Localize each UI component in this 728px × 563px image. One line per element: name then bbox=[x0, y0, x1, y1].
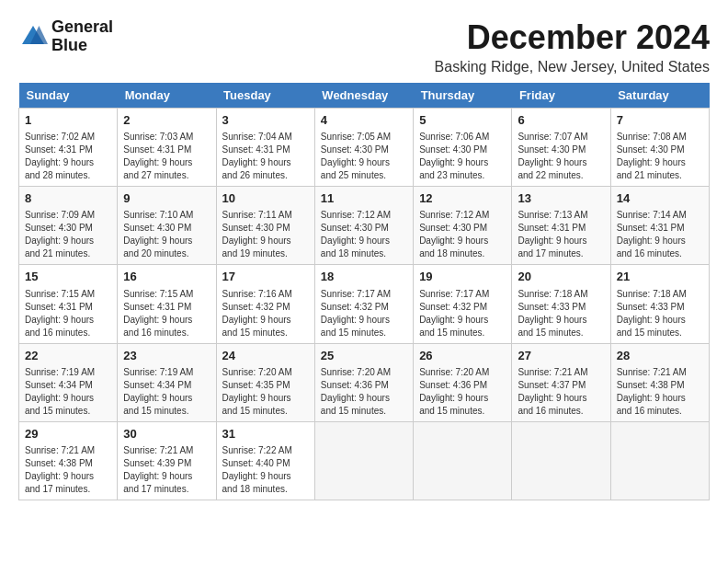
table-cell: 11Sunrise: 7:12 AMSunset: 4:30 PMDayligh… bbox=[314, 187, 413, 265]
day-number: 23 bbox=[123, 348, 210, 364]
day-number: 9 bbox=[123, 190, 210, 207]
table-row: 29Sunrise: 7:21 AMSunset: 4:38 PMDayligh… bbox=[19, 421, 710, 500]
day-number: 20 bbox=[518, 269, 604, 285]
table-row: 1Sunrise: 7:02 AMSunset: 4:31 PMDaylight… bbox=[19, 109, 710, 187]
table-row: 22Sunrise: 7:19 AMSunset: 4:34 PMDayligh… bbox=[19, 343, 710, 421]
day-number: 29 bbox=[25, 426, 111, 442]
day-number: 4 bbox=[321, 112, 407, 129]
day-number: 30 bbox=[123, 426, 210, 442]
day-info: Sunrise: 7:21 AMSunset: 4:38 PMDaylight:… bbox=[25, 444, 111, 496]
table-cell: 12Sunrise: 7:12 AMSunset: 4:30 PMDayligh… bbox=[414, 187, 512, 265]
table-cell: 16Sunrise: 7:15 AMSunset: 4:31 PMDayligh… bbox=[118, 265, 216, 343]
table-cell bbox=[314, 421, 413, 500]
day-number: 7 bbox=[617, 112, 703, 129]
day-number: 3 bbox=[222, 112, 309, 129]
day-number: 13 bbox=[518, 190, 604, 207]
col-thursday: Thursday bbox=[414, 83, 512, 109]
logo-icon bbox=[18, 22, 48, 52]
day-info: Sunrise: 7:18 AMSunset: 4:33 PMDaylight:… bbox=[518, 288, 604, 339]
table-cell: 13Sunrise: 7:13 AMSunset: 4:31 PMDayligh… bbox=[512, 187, 610, 265]
day-number: 27 bbox=[518, 348, 604, 364]
day-number: 11 bbox=[321, 190, 407, 207]
day-info: Sunrise: 7:12 AMSunset: 4:30 PMDaylight:… bbox=[321, 209, 407, 260]
day-info: Sunrise: 7:03 AMSunset: 4:31 PMDaylight:… bbox=[123, 131, 210, 182]
col-friday: Friday bbox=[512, 83, 610, 109]
day-info: Sunrise: 7:18 AMSunset: 4:33 PMDaylight:… bbox=[617, 288, 703, 339]
col-sunday: Sunday bbox=[19, 83, 118, 109]
table-cell: 5Sunrise: 7:06 AMSunset: 4:30 PMDaylight… bbox=[414, 109, 512, 187]
table-cell: 28Sunrise: 7:21 AMSunset: 4:38 PMDayligh… bbox=[610, 343, 709, 421]
day-info: Sunrise: 7:15 AMSunset: 4:31 PMDaylight:… bbox=[25, 288, 111, 339]
calendar-table: Sunday Monday Tuesday Wednesday Thursday… bbox=[18, 83, 710, 500]
day-number: 6 bbox=[518, 112, 604, 129]
col-saturday: Saturday bbox=[610, 83, 709, 109]
table-cell: 18Sunrise: 7:17 AMSunset: 4:32 PMDayligh… bbox=[314, 265, 413, 343]
table-cell: 24Sunrise: 7:20 AMSunset: 4:35 PMDayligh… bbox=[216, 343, 314, 421]
day-info: Sunrise: 7:09 AMSunset: 4:30 PMDaylight:… bbox=[25, 209, 111, 260]
day-info: Sunrise: 7:20 AMSunset: 4:35 PMDaylight:… bbox=[222, 366, 309, 418]
table-cell: 10Sunrise: 7:11 AMSunset: 4:30 PMDayligh… bbox=[216, 187, 314, 265]
day-number: 17 bbox=[222, 269, 309, 285]
table-cell bbox=[512, 421, 610, 500]
day-number: 8 bbox=[25, 190, 111, 207]
day-info: Sunrise: 7:04 AMSunset: 4:31 PMDaylight:… bbox=[222, 131, 309, 182]
table-cell: 23Sunrise: 7:19 AMSunset: 4:34 PMDayligh… bbox=[118, 343, 216, 421]
day-number: 12 bbox=[419, 190, 506, 207]
table-cell: 17Sunrise: 7:16 AMSunset: 4:32 PMDayligh… bbox=[216, 265, 314, 343]
table-cell: 30Sunrise: 7:21 AMSunset: 4:39 PMDayligh… bbox=[118, 421, 216, 500]
table-cell: 6Sunrise: 7:07 AMSunset: 4:30 PMDaylight… bbox=[512, 109, 610, 187]
day-info: Sunrise: 7:14 AMSunset: 4:31 PMDaylight:… bbox=[617, 209, 703, 260]
day-number: 25 bbox=[321, 348, 407, 364]
day-number: 24 bbox=[222, 348, 309, 364]
day-info: Sunrise: 7:10 AMSunset: 4:30 PMDaylight:… bbox=[123, 209, 210, 260]
location: Basking Ridge, New Jersey, United States bbox=[435, 59, 710, 75]
day-info: Sunrise: 7:17 AMSunset: 4:32 PMDaylight:… bbox=[419, 288, 506, 339]
day-number: 1 bbox=[25, 112, 111, 129]
day-info: Sunrise: 7:22 AMSunset: 4:40 PMDaylight:… bbox=[222, 444, 309, 496]
day-number: 21 bbox=[617, 269, 703, 285]
table-cell: 19Sunrise: 7:17 AMSunset: 4:32 PMDayligh… bbox=[414, 265, 512, 343]
table-cell: 15Sunrise: 7:15 AMSunset: 4:31 PMDayligh… bbox=[19, 265, 118, 343]
day-info: Sunrise: 7:20 AMSunset: 4:36 PMDaylight:… bbox=[419, 366, 506, 418]
table-cell: 27Sunrise: 7:21 AMSunset: 4:37 PMDayligh… bbox=[512, 343, 610, 421]
day-info: Sunrise: 7:19 AMSunset: 4:34 PMDaylight:… bbox=[123, 366, 210, 418]
logo: General Blue bbox=[18, 18, 113, 55]
header-row: Sunday Monday Tuesday Wednesday Thursday… bbox=[19, 83, 710, 109]
day-number: 16 bbox=[123, 269, 210, 285]
day-number: 22 bbox=[25, 348, 111, 364]
day-info: Sunrise: 7:17 AMSunset: 4:32 PMDaylight:… bbox=[321, 288, 407, 339]
table-cell: 20Sunrise: 7:18 AMSunset: 4:33 PMDayligh… bbox=[512, 265, 610, 343]
day-number: 10 bbox=[222, 190, 309, 207]
day-info: Sunrise: 7:02 AMSunset: 4:31 PMDaylight:… bbox=[25, 131, 111, 182]
day-info: Sunrise: 7:11 AMSunset: 4:30 PMDaylight:… bbox=[222, 209, 309, 260]
col-monday: Monday bbox=[118, 83, 216, 109]
title-area: December 2024 Basking Ridge, New Jersey,… bbox=[435, 18, 710, 75]
table-cell: 14Sunrise: 7:14 AMSunset: 4:31 PMDayligh… bbox=[610, 187, 709, 265]
day-number: 31 bbox=[222, 426, 309, 442]
month-title: December 2024 bbox=[435, 18, 710, 57]
table-cell: 3Sunrise: 7:04 AMSunset: 4:31 PMDaylight… bbox=[216, 109, 314, 187]
table-cell: 31Sunrise: 7:22 AMSunset: 4:40 PMDayligh… bbox=[216, 421, 314, 500]
day-number: 28 bbox=[617, 348, 703, 364]
day-info: Sunrise: 7:13 AMSunset: 4:31 PMDaylight:… bbox=[518, 209, 604, 260]
table-row: 8Sunrise: 7:09 AMSunset: 4:30 PMDaylight… bbox=[19, 187, 710, 265]
day-info: Sunrise: 7:21 AMSunset: 4:38 PMDaylight:… bbox=[617, 366, 703, 418]
day-number: 14 bbox=[617, 190, 703, 207]
day-number: 2 bbox=[123, 112, 210, 129]
table-cell bbox=[414, 421, 512, 500]
day-info: Sunrise: 7:16 AMSunset: 4:32 PMDaylight:… bbox=[222, 288, 309, 339]
table-cell: 9Sunrise: 7:10 AMSunset: 4:30 PMDaylight… bbox=[118, 187, 216, 265]
table-cell: 2Sunrise: 7:03 AMSunset: 4:31 PMDaylight… bbox=[118, 109, 216, 187]
table-cell: 4Sunrise: 7:05 AMSunset: 4:30 PMDaylight… bbox=[314, 109, 413, 187]
table-cell: 26Sunrise: 7:20 AMSunset: 4:36 PMDayligh… bbox=[414, 343, 512, 421]
day-info: Sunrise: 7:08 AMSunset: 4:30 PMDaylight:… bbox=[617, 131, 703, 182]
table-cell: 22Sunrise: 7:19 AMSunset: 4:34 PMDayligh… bbox=[19, 343, 118, 421]
day-info: Sunrise: 7:12 AMSunset: 4:30 PMDaylight:… bbox=[419, 209, 506, 260]
col-tuesday: Tuesday bbox=[216, 83, 314, 109]
day-info: Sunrise: 7:15 AMSunset: 4:31 PMDaylight:… bbox=[123, 288, 210, 339]
table-cell: 21Sunrise: 7:18 AMSunset: 4:33 PMDayligh… bbox=[610, 265, 709, 343]
table-cell bbox=[610, 421, 709, 500]
day-info: Sunrise: 7:21 AMSunset: 4:39 PMDaylight:… bbox=[123, 444, 210, 496]
day-info: Sunrise: 7:06 AMSunset: 4:30 PMDaylight:… bbox=[419, 131, 506, 182]
day-info: Sunrise: 7:07 AMSunset: 4:30 PMDaylight:… bbox=[518, 131, 604, 182]
